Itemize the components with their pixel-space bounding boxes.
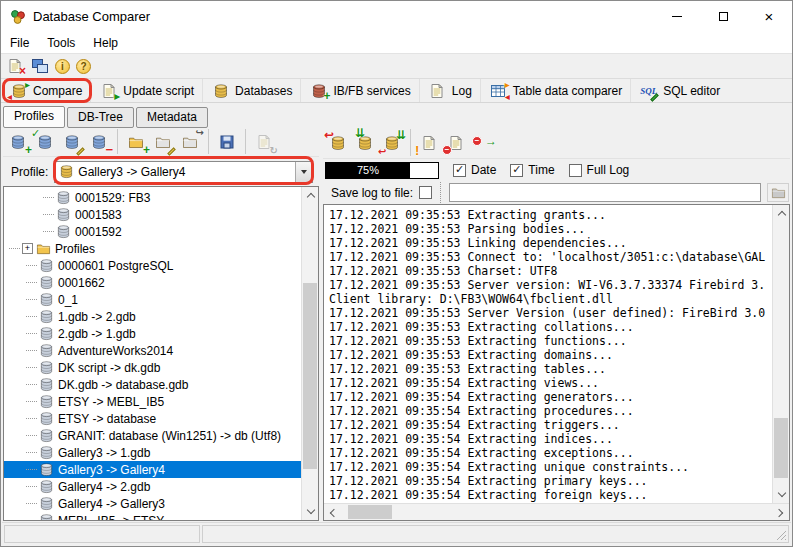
tree-item[interactable]: 0000601 PostgreSQL <box>4 257 301 274</box>
log-output[interactable]: 17.12.2021 09:35:53 Extracting grants...… <box>324 205 772 503</box>
log-horizontal-scrollbar[interactable] <box>324 503 789 520</box>
log-line: 17.12.2021 09:35:54 Extracting exception… <box>329 446 772 460</box>
tree-item[interactable]: 0001662 <box>4 274 301 291</box>
edit-folder-button[interactable] <box>151 130 175 154</box>
time-checkbox[interactable] <box>510 164 523 177</box>
option-time[interactable]: Time <box>510 163 554 177</box>
tab-db-tree[interactable]: DB-Tree <box>67 107 134 128</box>
log-line: 17.12.2021 09:35:53 Connect to: 'localho… <box>329 250 772 264</box>
toolbar-button-databases[interactable]: Databases <box>203 79 301 102</box>
about-button[interactable]: i <box>55 59 70 74</box>
minimize-button[interactable] <box>654 1 700 32</box>
tree-item[interactable]: AdventureWorks2014 <box>4 342 301 359</box>
scroll-up-button[interactable] <box>302 187 319 204</box>
tree-item[interactable]: 0_1 <box>4 291 301 308</box>
scroll-down-button[interactable] <box>302 503 319 520</box>
tree-item[interactable]: DK.gdb -> database.gdb <box>4 376 301 393</box>
tab-metadata[interactable]: Metadata <box>136 107 208 128</box>
scroll-left-button[interactable] <box>324 504 341 521</box>
tree-item[interactable]: MEBL_IB5 -> ETSY <box>4 512 301 520</box>
rollback-db-button[interactable]: ↩ <box>326 131 350 155</box>
tree-item[interactable]: GRANIT: database (Win1251) -> db (Utf8) <box>4 427 301 444</box>
commit-retaining-db-button[interactable]: ⇊↩ <box>380 131 404 155</box>
tree-vertical-scrollbar[interactable] <box>301 187 318 520</box>
menu-file[interactable]: File <box>1 34 38 52</box>
log-line: 17.12.2021 09:35:54 Extracting procedure… <box>329 404 772 418</box>
save-log-checkbox[interactable] <box>419 186 432 199</box>
status-bar <box>2 522 791 545</box>
edit-profile-button[interactable] <box>60 130 84 154</box>
database-icon <box>39 428 54 443</box>
option-date[interactable]: Date <box>453 163 496 177</box>
expand-icon[interactable]: + <box>22 243 33 254</box>
script-stop-button[interactable]: − <box>444 131 468 155</box>
close-button[interactable]: × <box>746 1 792 32</box>
tab-profiles[interactable]: Profiles <box>3 106 65 128</box>
database-icon <box>56 207 71 222</box>
commit-db-button[interactable]: ⇊ <box>353 131 377 155</box>
windows-button[interactable] <box>30 57 49 75</box>
tree-connector <box>26 299 37 300</box>
tree-connector <box>43 197 54 198</box>
toolbar-button-compare[interactable]: ▸◂ Compare <box>1 79 91 102</box>
profile-combobox[interactable]: Gallery3 -> Gallery4 <box>54 161 313 183</box>
help-button[interactable]: ? <box>76 59 91 74</box>
scrollbar-thumb[interactable] <box>774 418 788 478</box>
tree-item[interactable]: ETSY -> database <box>4 410 301 427</box>
toolbar-button-sql-editor[interactable]: SQL SQL editor <box>631 79 728 102</box>
progress-label: 75% <box>357 164 379 176</box>
menu-tools[interactable]: Tools <box>38 34 84 52</box>
tree-connector <box>26 350 37 351</box>
toolbar-button-ibfb-services[interactable]: + IB/FB services <box>301 79 419 102</box>
scrollbar-thumb[interactable] <box>348 505 392 519</box>
tree-item[interactable]: 2.gdb -> 1.gdb <box>4 325 301 342</box>
log-line: 17.12.2021 09:35:53 Extracting functions… <box>329 334 772 348</box>
resize-grip[interactable] <box>775 529 787 541</box>
scroll-up-button[interactable] <box>773 205 789 222</box>
stop-badge-icon: − <box>472 136 482 146</box>
maximize-button[interactable] <box>700 1 746 32</box>
tree-item[interactable]: 0001583 <box>4 206 301 223</box>
log-file-path-input[interactable] <box>449 183 761 202</box>
date-checkbox[interactable] <box>453 164 466 177</box>
script-continue-button[interactable]: −→ <box>471 131 495 155</box>
full-log-checkbox[interactable] <box>569 164 582 177</box>
database-icon <box>39 309 54 324</box>
toolbar-button-log[interactable]: Log <box>420 79 481 102</box>
profile-combobox-dropdown-button[interactable] <box>295 162 312 182</box>
update-script-icon: ▸ <box>99 82 118 100</box>
option-full-log[interactable]: Full Log <box>569 163 630 177</box>
tree-item[interactable]: DK script -> dk.gdb <box>4 359 301 376</box>
save-button[interactable] <box>215 130 239 154</box>
menu-help[interactable]: Help <box>84 34 127 52</box>
scrollbar-thumb[interactable] <box>303 283 317 469</box>
folder-icon <box>771 185 786 200</box>
tree-item-label: GRANIT: database (Win1251) -> db (Utf8) <box>58 429 281 443</box>
script-warning-button[interactable]: ! <box>417 131 441 155</box>
move-folder-button[interactable]: ↪ <box>178 130 202 154</box>
apply-profile-button[interactable]: ✓ <box>33 130 57 154</box>
tree-connector <box>26 333 37 334</box>
tree-item[interactable]: 0001529: FB3 <box>4 189 301 206</box>
toolbar-button-update-script[interactable]: ▸ Update script <box>91 79 203 102</box>
database-icon <box>39 411 54 426</box>
tree-item[interactable]: Gallery3 -> Gallery4 <box>4 461 301 478</box>
tree-item[interactable]: 1.gdb -> 2.gdb <box>4 308 301 325</box>
tree-item[interactable]: Gallery3 -> 1.gdb <box>4 444 301 461</box>
tree-item[interactable]: Gallery4 -> Gallery3 <box>4 495 301 512</box>
tree-item[interactable]: +Profiles <box>4 240 301 257</box>
tree-item[interactable]: ETSY -> MEBL_IB5 <box>4 393 301 410</box>
toolbar-button-table-data-comparer[interactable]: ◂▸ Table data comparer <box>481 79 631 102</box>
scroll-down-button[interactable] <box>773 486 789 503</box>
tree-item[interactable]: Gallery4 -> 2.gdb <box>4 478 301 495</box>
database-icon <box>39 377 54 392</box>
log-line: 17.12.2021 09:35:53 Extracting collation… <box>329 320 772 334</box>
scroll-right-button[interactable] <box>772 504 789 521</box>
add-profile-button[interactable]: + <box>6 130 30 154</box>
tree-item[interactable]: 0001592 <box>4 223 301 240</box>
tree-connector <box>26 452 37 453</box>
delete-profile-button[interactable]: − <box>87 130 111 154</box>
add-folder-button[interactable]: + <box>124 130 148 154</box>
exit-button[interactable]: × <box>5 57 24 75</box>
log-vertical-scrollbar[interactable] <box>772 205 789 503</box>
